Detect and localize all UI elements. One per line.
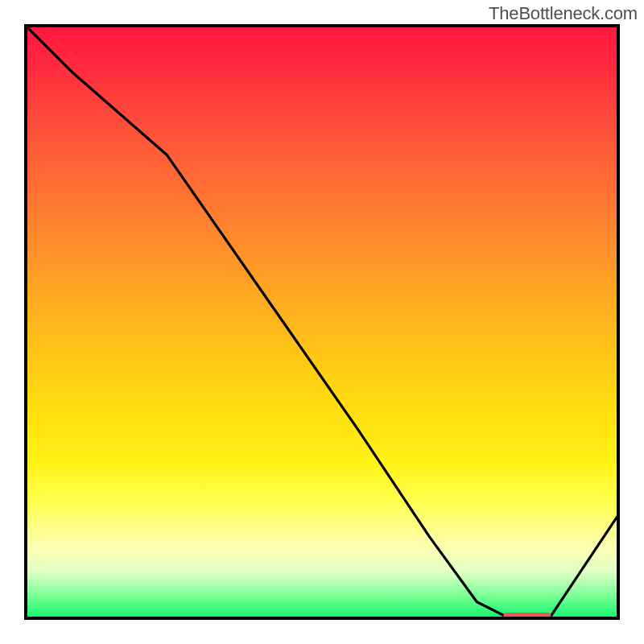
chart-line-layer xyxy=(24,24,620,620)
chart-area xyxy=(24,24,620,620)
mismatch-curve-path xyxy=(24,24,620,620)
optimal-range-marker xyxy=(504,613,551,619)
watermark-text: TheBottleneck.com xyxy=(489,3,638,24)
